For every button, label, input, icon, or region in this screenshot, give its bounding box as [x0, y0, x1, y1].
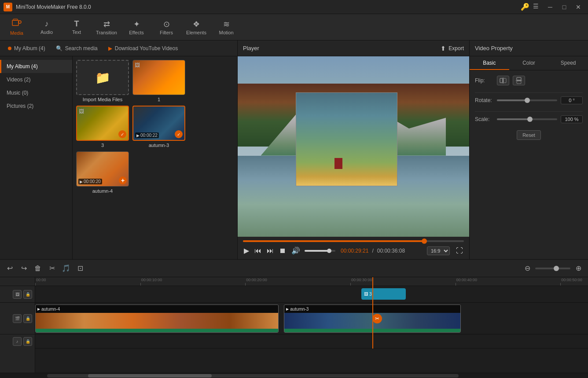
toolbar-motion[interactable]: ≋ Motion	[211, 15, 241, 40]
cut-button[interactable]: ✂	[46, 262, 58, 275]
clip4-audio	[36, 329, 278, 333]
svg-rect-7	[517, 81, 521, 84]
timeline-scrollbar[interactable]	[0, 373, 588, 378]
fullscreen-button[interactable]: ⛶	[455, 246, 464, 256]
timeline-tracks-area: 00:00 00:00:10:00 00:00:20:00 00:00:30:0…	[35, 277, 588, 373]
media-label-1: 1	[158, 97, 160, 102]
tab-color[interactable]: Color	[509, 56, 549, 70]
scrollbar-thumb[interactable]	[88, 374, 212, 378]
media-check-3: ✓	[118, 130, 126, 138]
key-icon[interactable]: 🔑	[521, 3, 529, 11]
tab-speed[interactable]: Speed	[548, 56, 588, 70]
media-item-autumn3[interactable]: ▶ 00:00:22 ✓ autumn-3	[132, 106, 185, 148]
delete-button[interactable]: 🗑	[32, 262, 44, 275]
volume-slider[interactable]	[305, 250, 335, 252]
next-button[interactable]: ⏭	[266, 246, 275, 256]
scrollbar-track[interactable]	[47, 374, 459, 378]
zoom-out-button[interactable]: ⊖	[521, 262, 533, 275]
clip4-label: autumn-4	[41, 307, 60, 312]
video-property-title: Video Property	[475, 45, 513, 51]
media-item-1[interactable]: 🖼 1	[132, 60, 185, 102]
left-panel: My Album (4) 🔍 Search media ▶ Download Y…	[0, 40, 238, 259]
aspect-ratio-select[interactable]: 16:9 4:3 1:1 9:16	[427, 246, 450, 255]
timeline: ↩ ↪ 🗑 ✂ 🎵 ⊡ ⊖ ⊕ 🖼 🔒 🎬 🔒	[0, 259, 588, 378]
zoom-in-button[interactable]: ⊕	[572, 262, 584, 275]
my-album-tab[interactable]: My Album (4)	[4, 44, 50, 53]
undo-button[interactable]: ↩	[4, 262, 16, 275]
svg-rect-1	[13, 19, 18, 20]
search-media-tab[interactable]: 🔍 Search media	[51, 44, 102, 53]
sidebar-item-pictures[interactable]: Pictures (2)	[0, 99, 72, 113]
time-total: 00:00:36:08	[377, 248, 405, 254]
search-icon: 🔍	[56, 45, 62, 51]
img-track-mute[interactable]: 🔒	[23, 290, 32, 299]
play-button[interactable]: ▶	[243, 246, 250, 256]
reset-button[interactable]: Reset	[517, 130, 541, 140]
transition-icon: ⇄	[103, 19, 110, 29]
toolbar-audio-label: Audio	[40, 29, 53, 35]
ruler-mark-40: 00:00:40:00	[456, 283, 456, 286]
rotate-value: 0 °	[561, 96, 583, 104]
youtube-download-tab[interactable]: ▶ Download YouTube Videos	[104, 44, 182, 53]
toolbar-filters[interactable]: ⊙ Filters	[151, 15, 181, 40]
toolbar-audio[interactable]: ♪ Audio	[32, 15, 62, 40]
media-thumb-3: 🖼 ✓	[76, 106, 129, 141]
toolbar-effects-label: Effects	[129, 30, 143, 35]
stop-button[interactable]: ⏹	[278, 246, 287, 256]
progress-thumb[interactable]	[422, 239, 427, 244]
volume-button[interactable]: 🔊	[290, 246, 301, 256]
sidebar-item-videos[interactable]: Videos (2)	[0, 73, 72, 86]
img-track-lock[interactable]: 🖼	[13, 290, 22, 299]
volume-thumb	[327, 249, 331, 253]
scale-slider[interactable]	[497, 118, 557, 120]
tab-basic[interactable]: Basic	[470, 56, 509, 70]
rotate-slider[interactable]	[497, 99, 557, 101]
import-media-item[interactable]: 📁 Import Media Files	[76, 60, 129, 102]
ruler-mark-0: 00:00	[35, 283, 36, 286]
sidebar-item-music[interactable]: Music (0)	[0, 86, 72, 99]
time-current: 00:00:29:21	[341, 248, 368, 254]
redo-button[interactable]: ↪	[18, 262, 30, 275]
flip-vertical-button[interactable]	[513, 76, 525, 85]
player-title: Player	[243, 45, 259, 51]
audio-track-icon[interactable]: ♪	[13, 337, 22, 346]
time-separator: /	[372, 248, 373, 254]
audio-detach-button[interactable]: 🎵	[60, 262, 72, 275]
toolbar-transition-label: Transition	[96, 30, 117, 35]
video-track-lock[interactable]: 🔒	[23, 314, 32, 323]
crop-button[interactable]: ⊡	[74, 262, 86, 275]
toolbar-text[interactable]: T Text	[62, 15, 92, 40]
progress-bar[interactable]	[243, 240, 464, 242]
export-button[interactable]: ⬆ Export	[441, 45, 464, 52]
yt-label: Download YouTube Videos	[115, 45, 178, 51]
maximize-button[interactable]: □	[558, 3, 570, 11]
scale-row: Scale: 100 %	[475, 115, 583, 123]
video-property-content: Flip:	[470, 70, 588, 259]
flip-horizontal-button[interactable]	[497, 76, 509, 85]
menu-icon[interactable]: ☰	[533, 3, 539, 11]
zoom-slider[interactable]	[535, 268, 570, 269]
clip3-label: autumn-3	[290, 307, 309, 312]
toolbar-motion-label: Motion	[219, 30, 233, 35]
main-toolbar: Media ♪ Audio T Text ⇄ Transition ✦ Effe…	[0, 14, 588, 40]
media-item-3[interactable]: 🖼 ✓ 3	[76, 106, 129, 148]
video-track-icon[interactable]: 🎬	[13, 314, 22, 323]
image-clip-3[interactable]: 🖼 3	[361, 288, 405, 300]
audio-track-lock[interactable]: 🔒	[23, 337, 32, 346]
video-track-label: 🎬 🔒	[0, 303, 35, 334]
scale-label: Scale:	[475, 116, 497, 122]
toolbar-elements[interactable]: ❖ Elements	[181, 15, 211, 40]
video-clip-autumn4[interactable]: ▶ autumn-4	[35, 305, 279, 333]
toolbar-media[interactable]: Media	[2, 15, 32, 40]
divider-2	[475, 111, 583, 112]
toolbar-effects[interactable]: ✦ Effects	[121, 15, 151, 40]
minimize-button[interactable]: ─	[544, 3, 556, 11]
video-property-tabs: Basic Color Speed	[470, 56, 588, 70]
sidebar-item-my-album[interactable]: My Album (4)	[0, 60, 72, 73]
close-button[interactable]: ✕	[572, 3, 584, 11]
ruler-mark-20: 00:00:20:00	[245, 283, 246, 286]
prev-button[interactable]: ⏮	[254, 246, 262, 256]
media-item-autumn4[interactable]: ▶ 00:00:20 + autumn-4	[76, 151, 129, 194]
toolbar-transition[interactable]: ⇄ Transition	[92, 15, 121, 40]
track-labels: 🖼 🔒 🎬 🔒 ♪ 🔒	[0, 277, 35, 373]
